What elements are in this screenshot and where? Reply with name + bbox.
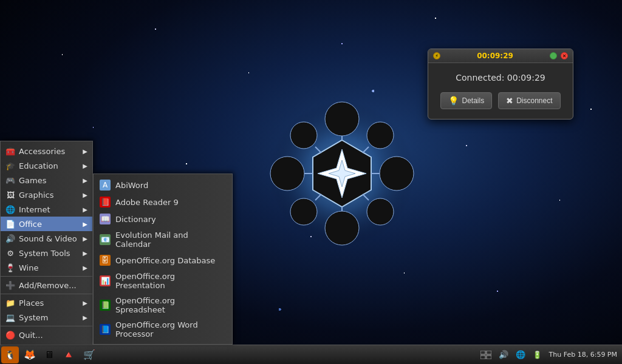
- arrow-icon: ▶: [83, 300, 87, 306]
- menu-icon: 🐧: [5, 350, 15, 360]
- sound-video-icon: 🔊: [5, 234, 15, 243]
- add-remove-icon: ➕: [5, 280, 15, 290]
- submenu-evolution[interactable]: 📧 Evolution Mail and Calendar: [94, 228, 232, 252]
- app-menu: 🧰 Accessories ▶ 🎓 Education ▶ 🎮 Games ▶ …: [0, 141, 93, 345]
- arrow-icon: ▶: [83, 177, 87, 184]
- adobe-reader-icon: 📕: [100, 197, 111, 207]
- oo-presentation-icon: 📊: [100, 275, 111, 286]
- taskbar-battery[interactable]: 🔋: [530, 346, 544, 363]
- menu-separator-2: [1, 294, 92, 294]
- arrow-icon: ▶: [83, 265, 87, 271]
- menu-item-places[interactable]: 📁 Places ▶: [1, 295, 92, 310]
- wine-icon: 🍷: [5, 263, 15, 272]
- network-dialog: ⚡ 00:09:29 ✕ Connected: 00:09:29 💡 Detai…: [428, 49, 573, 120]
- places-icon: 📁: [5, 298, 15, 308]
- vlc-icon: 🔺: [63, 349, 75, 360]
- titlebar-dot-red[interactable]: ✕: [561, 52, 568, 59]
- taskbar-firefox-btn[interactable]: 🦊: [20, 346, 39, 363]
- battery-icon: 🔋: [533, 351, 542, 359]
- terminal-icon: 🖥: [44, 349, 54, 360]
- desktop: ⚡ 00:09:29 ✕ Connected: 00:09:29 💡 Detai…: [0, 0, 622, 364]
- evolution-icon: 📧: [100, 234, 111, 245]
- system-tools-icon: ⚙: [5, 248, 15, 258]
- oo-spreadsheet-icon: 📗: [100, 300, 111, 311]
- volume-icon: 🔊: [499, 350, 508, 359]
- arrow-icon: ▶: [83, 235, 87, 242]
- svg-point-2: [325, 211, 359, 245]
- graphics-icon: 🖼: [5, 190, 15, 200]
- disconnect-button[interactable]: ✖ Disconnect: [498, 92, 560, 109]
- menu-item-system-tools[interactable]: ⚙ System Tools ▶: [1, 246, 92, 260]
- submenu-oo-database[interactable]: 🗄 OpenOffice.org Database: [94, 252, 232, 269]
- oo-wordprocessor-icon: 📘: [100, 324, 111, 335]
- menu-item-add-remove[interactable]: ➕ Add/Remove...: [1, 278, 92, 292]
- menu-item-accessories[interactable]: 🧰 Accessories ▶: [1, 144, 92, 158]
- taskbar-menu-btn[interactable]: 🐧: [1, 346, 19, 363]
- titlebar-dot-green[interactable]: [550, 52, 557, 59]
- games-icon: 🎮: [5, 175, 15, 185]
- menu-item-quit[interactable]: 🔴 Quit...: [1, 328, 92, 342]
- menu-separator-3: [1, 326, 92, 326]
- arrow-icon: ▶: [83, 192, 87, 198]
- education-icon: 🎓: [5, 161, 15, 170]
- menu-item-games[interactable]: 🎮 Games ▶: [1, 173, 92, 187]
- network-body: Connected: 00:09:29 💡 Details ✖ Disconne…: [428, 63, 573, 119]
- network-buttons: 💡 Details ✖ Disconnect: [436, 92, 566, 109]
- virtual-desktop-icon: [480, 351, 491, 359]
- submenu-oo-spreadsheet[interactable]: 📗 OpenOffice.org Spreadsheet: [94, 293, 232, 317]
- internet-icon: 🌐: [5, 204, 15, 214]
- taskbar: 🐧 🦊 🖥 🔺 🛒 🔊: [0, 345, 622, 364]
- svg-point-3: [270, 157, 304, 190]
- svg-point-8: [367, 198, 394, 225]
- network-titlebar: ⚡ 00:09:29 ✕: [428, 49, 573, 63]
- svg-point-1: [325, 102, 359, 136]
- network-title: 00:09:29: [477, 52, 513, 60]
- office-submenu: A AbiWord 📕 Adobe Reader 9 📖 Dictionary …: [93, 174, 233, 345]
- arrow-icon: ▶: [83, 314, 87, 321]
- office-icon: 📄: [5, 219, 15, 229]
- titlebar-dot-yellow[interactable]: ⚡: [433, 52, 440, 59]
- connected-status: Connected: 00:09:29: [436, 73, 566, 83]
- taskbar-network[interactable]: 🌐: [513, 346, 528, 363]
- svg-rect-23: [487, 356, 491, 359]
- details-button[interactable]: 💡 Details: [440, 92, 492, 109]
- svg-point-4: [380, 157, 414, 190]
- disconnect-icon: ✖: [506, 96, 513, 106]
- arrow-icon: ▶: [83, 206, 87, 213]
- svg-rect-20: [480, 351, 485, 354]
- submenu-dictionary[interactable]: 📖 Dictionary: [94, 211, 232, 228]
- taskbar-store-btn[interactable]: 🛒: [80, 346, 99, 363]
- taskbar-datetime[interactable]: Thu Feb 18, 6:59 PM: [547, 346, 620, 363]
- svg-rect-22: [480, 356, 485, 359]
- taskbar-virtual-desktops[interactable]: [478, 346, 494, 363]
- svg-point-5: [290, 122, 317, 149]
- oo-database-icon: 🗄: [100, 255, 111, 266]
- menu-item-sound-video[interactable]: 🔊 Sound & Video ▶: [1, 231, 92, 246]
- submenu-oo-presentation[interactable]: 📊 OpenOffice.org Presentation: [94, 269, 232, 293]
- menu-item-internet[interactable]: 🌐 Internet ▶: [1, 202, 92, 217]
- arrow-icon: ▶: [83, 221, 87, 228]
- svg-point-7: [290, 198, 317, 225]
- menu-item-office[interactable]: 📄 Office ▶: [1, 217, 92, 231]
- menu-item-system[interactable]: 💻 System ▶: [1, 310, 92, 325]
- datetime-text: Thu Feb 18, 6:59 PM: [549, 351, 617, 359]
- arrow-icon: ▶: [83, 163, 87, 169]
- submenu-adobe-reader[interactable]: 📕 Adobe Reader 9: [94, 194, 232, 211]
- submenu-abiword[interactable]: A AbiWord: [94, 177, 232, 194]
- desktop-logo: [257, 89, 427, 258]
- abiword-icon: A: [100, 180, 111, 190]
- taskbar-terminal-btn[interactable]: 🖥: [41, 346, 58, 363]
- menu-item-graphics[interactable]: 🖼 Graphics ▶: [1, 187, 92, 202]
- menu-item-wine[interactable]: 🍷 Wine ▶: [1, 260, 92, 275]
- store-icon: 🛒: [83, 349, 95, 360]
- submenu-oo-wordprocessor[interactable]: 📘 OpenOffice.org Word Processor: [94, 317, 232, 342]
- details-icon: 💡: [448, 96, 459, 106]
- svg-point-6: [367, 122, 394, 149]
- taskbar-vlc-btn[interactable]: 🔺: [59, 346, 78, 363]
- system-icon: 💻: [5, 312, 15, 322]
- arrow-icon: ▶: [83, 148, 87, 155]
- accessories-icon: 🧰: [5, 146, 15, 156]
- taskbar-volume[interactable]: 🔊: [496, 346, 511, 363]
- menu-item-education[interactable]: 🎓 Education ▶: [1, 158, 92, 173]
- taskbar-right: 🔊 🌐 🔋 Thu Feb 18, 6:59 PM: [478, 346, 622, 363]
